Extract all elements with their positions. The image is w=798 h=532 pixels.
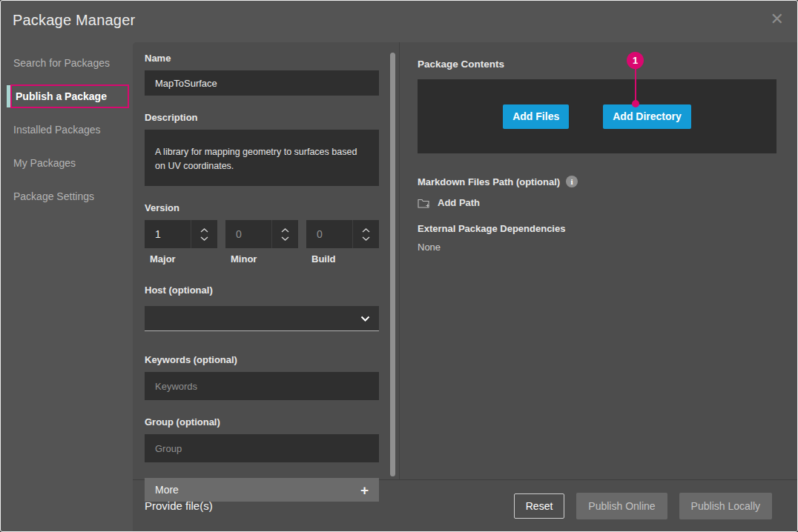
description-input[interactable]: A library for mapping geometry to surfac… <box>145 130 379 186</box>
sidebar-item-label: Installed Packages <box>13 124 101 136</box>
dialog-title: Package Manager <box>13 12 135 29</box>
sidebar-item-label: My Packages <box>13 157 76 169</box>
add-directory-button[interactable]: Add Directory <box>603 104 691 129</box>
publish-form: Name Description A library for mapping g… <box>133 42 400 479</box>
form-scrollbar[interactable] <box>390 53 395 476</box>
chevron-down-icon <box>281 236 289 241</box>
stepper-arrows[interactable] <box>352 220 379 248</box>
version-sublabels: Major Minor Build <box>145 253 379 265</box>
publish-locally-button[interactable]: Publish Locally <box>679 493 772 519</box>
minor-label: Minor <box>225 253 298 265</box>
sidebar-item-label: Package Settings <box>13 190 94 202</box>
close-icon[interactable]: ✕ <box>771 11 784 27</box>
sidebar-item-search-for-packages[interactable]: Search for Packages <box>1 52 133 74</box>
annotation-dot <box>632 100 639 107</box>
stepper-arrows[interactable] <box>271 220 298 248</box>
info-icon[interactable]: i <box>566 176 578 187</box>
more-button-label: More <box>155 484 179 496</box>
version-build-value: 0 <box>306 220 352 248</box>
version-build-stepper[interactable]: 0 <box>306 220 379 248</box>
package-manager-dialog: Package Manager ✕ Search for Packages Pu… <box>0 0 798 532</box>
sidebar-item-label: Search for Packages <box>13 57 110 69</box>
keywords-input[interactable] <box>145 372 379 400</box>
active-indicator-bar <box>7 85 10 107</box>
chevron-up-icon <box>281 228 289 233</box>
external-dependencies-label: External Package Dependencies <box>418 223 776 234</box>
package-contents-dropzone: Add Files Add Directory <box>418 79 776 153</box>
markdown-path-label: Markdown Files Path (optional) <box>418 176 560 187</box>
version-row: 1 0 <box>145 220 379 248</box>
reset-button[interactable]: Reset <box>514 493 565 519</box>
chevron-up-icon <box>362 228 370 233</box>
title-bar: Package Manager ✕ <box>1 1 797 42</box>
host-select[interactable] <box>145 306 379 331</box>
external-dependencies-value: None <box>418 242 776 253</box>
package-contents-label: Package Contents <box>418 59 776 70</box>
sidebar: Search for Packages Publish a Package In… <box>1 42 133 531</box>
chevron-down-icon <box>362 236 370 241</box>
group-label: Group (optional) <box>145 416 387 428</box>
sidebar-item-label: Publish a Package <box>16 90 107 102</box>
add-files-button[interactable]: Add Files <box>503 104 569 129</box>
add-path-label: Add Path <box>438 197 480 208</box>
chevron-down-icon <box>360 316 370 322</box>
host-label: Host (optional) <box>145 285 387 296</box>
name-label: Name <box>145 53 387 64</box>
sidebar-item-publish-a-package[interactable]: Publish a Package <box>1 85 133 107</box>
description-label: Description <box>145 112 387 123</box>
version-minor-value: 0 <box>225 220 271 248</box>
sidebar-item-my-packages[interactable]: My Packages <box>1 152 133 174</box>
major-label: Major <box>145 253 217 265</box>
sidebar-item-package-settings[interactable]: Package Settings <box>1 185 133 207</box>
annotation-badge-1: 1 <box>627 52 644 69</box>
annotation-stem <box>635 68 636 102</box>
version-major-value: 1 <box>145 220 191 248</box>
keywords-label: Keywords (optional) <box>145 354 387 365</box>
version-minor-stepper[interactable]: 0 <box>225 220 298 248</box>
more-button[interactable]: More + <box>145 478 379 502</box>
build-label: Build <box>306 253 379 265</box>
stepper-arrows[interactable] <box>191 220 217 248</box>
version-major-stepper[interactable]: 1 <box>145 220 217 248</box>
sidebar-item-installed-packages[interactable]: Installed Packages <box>1 119 133 141</box>
publish-online-button[interactable]: Publish Online <box>576 493 667 519</box>
content-area: Name Description A library for mapping g… <box>133 42 797 531</box>
add-path-button[interactable]: Add Path <box>418 197 776 208</box>
add-folder-icon <box>418 198 430 208</box>
package-contents-panel: Package Contents Add Files Add Directory… <box>400 42 797 479</box>
name-input[interactable] <box>145 70 379 96</box>
chevron-up-icon <box>200 228 208 233</box>
plus-icon: + <box>360 483 369 497</box>
group-input[interactable] <box>145 434 379 462</box>
version-label: Version <box>145 202 387 213</box>
chevron-down-icon <box>200 236 208 241</box>
